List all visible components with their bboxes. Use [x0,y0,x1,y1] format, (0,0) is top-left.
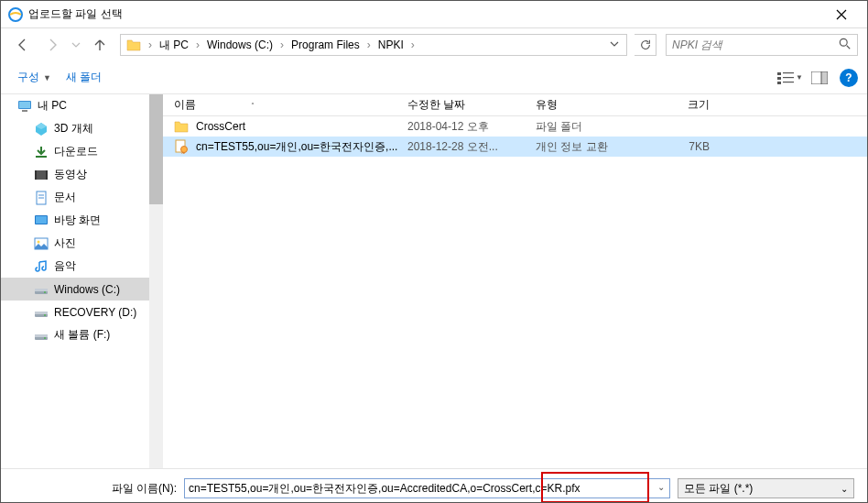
sidebar-item[interactable]: 바탕 화면 [1,209,163,232]
window-title: 업로드할 파일 선택 [28,6,823,22]
filetype-select[interactable]: 모든 파일 (*.*) ⌄ [678,478,854,498]
file-row[interactable]: cn=TEST55,ou=개인,ou=한국전자인증,...2018-12-28 … [163,137,867,157]
3d-icon [34,122,49,137]
svg-point-30 [44,314,46,316]
column-headers: 이름˄ 수정한 날짜 유형 크기 [163,94,867,116]
drive-icon [34,328,49,343]
file-row[interactable]: CrossCert2018-04-12 오후파일 폴더 [163,116,867,137]
sidebar-item[interactable]: 3D 개체 [1,117,163,140]
ie-icon [8,7,23,22]
refresh-button[interactable] [635,34,656,56]
breadcrumb-item[interactable]: 내 PC [156,36,192,55]
svg-rect-7 [783,82,794,82]
view-options-button[interactable]: ▼ [776,65,805,91]
filename-input[interactable] [184,478,670,498]
up-button[interactable] [87,32,113,58]
drive-icon [34,282,49,297]
sidebar-item-label: Windows (C:) [54,283,120,296]
svg-rect-9 [821,71,828,84]
svg-rect-17 [46,170,48,180]
doc-icon [34,191,49,205]
pc-icon [17,99,32,114]
column-header-size[interactable]: 크기 [632,97,710,113]
filename-label: 파일 이름(N): [14,481,177,497]
breadcrumb-item[interactable]: Windows (C:) [203,37,277,53]
svg-point-33 [44,337,46,339]
video-icon [34,168,49,182]
close-button[interactable] [823,2,860,27]
svg-rect-15 [35,170,48,180]
cert-icon [174,139,190,154]
forward-button[interactable] [39,32,65,58]
sidebar-item[interactable]: 사진 [1,232,163,255]
chevron-right-icon[interactable]: › [280,38,284,51]
preview-pane-button[interactable] [805,65,834,91]
toolbar: 구성 ▼ 새 폴더 ▼ ? [1,61,867,94]
svg-rect-6 [777,82,781,84]
sidebar-item-label: 문서 [54,190,76,205]
folder-icon [174,119,190,134]
titlebar: 업로드할 파일 선택 [1,1,867,28]
sidebar-item[interactable]: 동영상 [1,163,163,186]
sidebar-item-label: 3D 개체 [54,121,93,137]
sidebar-item-label: 새 볼륨 (F:) [54,327,110,343]
sidebar-item-label: 동영상 [54,167,87,182]
sidebar-item[interactable]: 다운로드 [1,140,163,163]
back-button[interactable] [10,32,36,58]
sidebar-item[interactable]: Windows (C:) [1,278,163,301]
new-folder-button[interactable]: 새 폴더 [59,66,109,89]
chevron-down-icon: ⌄ [841,484,848,494]
sidebar-item[interactable]: RECOVERY (D:) [1,301,163,323]
sidebar-item-label: 바탕 화면 [54,213,101,228]
sidebar-item[interactable]: 문서 [1,186,163,209]
svg-point-27 [44,291,46,293]
scrollbar-thumb[interactable] [149,94,163,204]
music-icon [34,259,49,274]
help-button[interactable]: ? [840,69,858,87]
svg-rect-32 [35,334,48,337]
sidebar-item-label: 내 PC [38,98,67,114]
svg-rect-14 [36,156,47,158]
search-icon[interactable] [839,38,852,53]
file-size: 7KB [632,140,710,153]
drive-icon [34,305,49,320]
svg-point-24 [38,240,40,243]
chevron-right-icon[interactable]: › [148,38,152,51]
photo-icon [34,236,49,251]
breadcrumb-item[interactable]: NPKI [374,37,407,53]
folder-icon [126,38,141,52]
sidebar-item[interactable]: 음악 [1,255,163,278]
navbar: › 내 PC › Windows (C:) › Program Files › … [1,28,867,61]
filetype-label: 모든 파일 (*.*) [684,481,753,497]
chevron-right-icon[interactable]: › [367,38,371,51]
organize-menu[interactable]: 구성 ▼ [10,66,59,89]
chevron-right-icon[interactable]: › [196,38,200,51]
sidebar-item[interactable]: 내 PC [1,94,163,117]
breadcrumb[interactable]: › 내 PC › Windows (C:) › Program Files › … [120,34,627,56]
column-header-type[interactable]: 유형 [536,97,632,113]
breadcrumb-dropdown[interactable] [606,38,623,51]
sidebar-item-label: RECOVERY (D:) [54,306,136,319]
sidebar-item-label: 다운로드 [54,144,98,159]
chevron-down-icon: ▼ [796,73,803,82]
svg-rect-22 [36,216,47,224]
svg-rect-26 [35,289,48,291]
sort-indicator-icon: ˄ [251,102,255,110]
file-date: 2018-04-12 오후 [407,119,536,135]
sidebar-item-label: 음악 [54,258,76,274]
breadcrumb-item[interactable]: Program Files [288,37,363,53]
search-box[interactable] [666,34,858,56]
column-header-date[interactable]: 수정한 날짜 [407,97,536,113]
scrollbar-track[interactable] [149,94,163,468]
svg-rect-2 [777,72,781,75]
column-header-name[interactable]: 이름˄ [174,97,407,113]
sidebar-item[interactable]: 새 볼륨 (F:) [1,323,163,346]
search-input[interactable] [672,38,839,51]
file-pane: 이름˄ 수정한 날짜 유형 크기 CrossCert2018-04-12 오후파… [163,94,867,468]
chevron-right-icon[interactable]: › [411,38,415,51]
sidebar-item-label: 사진 [54,235,76,251]
file-name: cn=TEST55,ou=개인,ou=한국전자인증,... [196,139,407,155]
svg-rect-16 [35,170,37,180]
filename-dropdown[interactable]: ⌄ [657,482,665,492]
recent-dropdown[interactable] [69,32,83,58]
